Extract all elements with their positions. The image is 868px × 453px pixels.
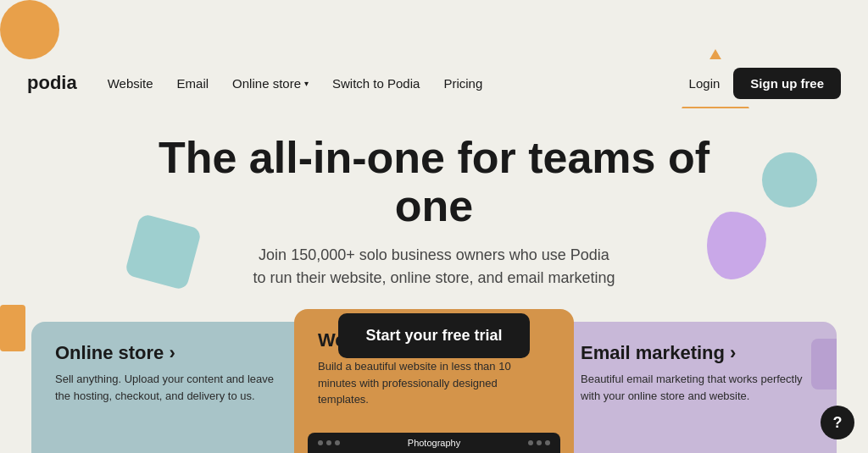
navigation: podia Website Email Online store ▾ Switc… (0, 59, 868, 107)
card-email-desc: Beautiful email marketing that works per… (581, 371, 813, 404)
signup-button[interactable]: Sign up free (733, 68, 841, 99)
logo[interactable]: podia (27, 72, 77, 94)
card-website-tag: Photography (408, 438, 460, 448)
hero-section: The all-in-one for teams of one Join 150… (0, 107, 868, 358)
nav-links: Website Email Online store ▾ Switch to P… (108, 76, 689, 91)
decorative-orange-circle (0, 0, 59, 59)
hero-subtitle: Join 150,000+ solo business owners who u… (253, 244, 615, 290)
dot-4 (528, 440, 533, 445)
nav-link-switch[interactable]: Switch to Podia (332, 76, 420, 91)
card-online-store-desc: Sell anything. Upload your content and l… (55, 371, 287, 404)
card-website-desc: Build a beautiful website in less than 1… (318, 358, 550, 408)
hero-title: The all-in-one for teams of one (137, 134, 731, 230)
nav-link-website[interactable]: Website (108, 76, 153, 91)
dot-3 (335, 440, 340, 445)
nav-link-online-store[interactable]: Online store ▾ (232, 76, 309, 91)
chevron-down-icon: ▾ (304, 79, 309, 88)
card-website-bottom-bar: Photography (308, 433, 560, 453)
nav-link-pricing[interactable]: Pricing (443, 76, 482, 91)
cta-button[interactable]: Start your free trial (338, 313, 529, 358)
dot-5 (537, 440, 542, 445)
login-button[interactable]: Login (689, 76, 721, 91)
dot-2 (326, 440, 331, 445)
nav-link-email[interactable]: Email (177, 76, 209, 91)
dot-1 (318, 440, 323, 445)
card-dots-right (528, 440, 550, 445)
logo-text: podia (27, 72, 77, 94)
card-dots (318, 440, 340, 445)
help-button[interactable]: ? (821, 406, 854, 439)
dot-6 (545, 440, 550, 445)
nav-actions: Login Sign up free (689, 68, 841, 99)
